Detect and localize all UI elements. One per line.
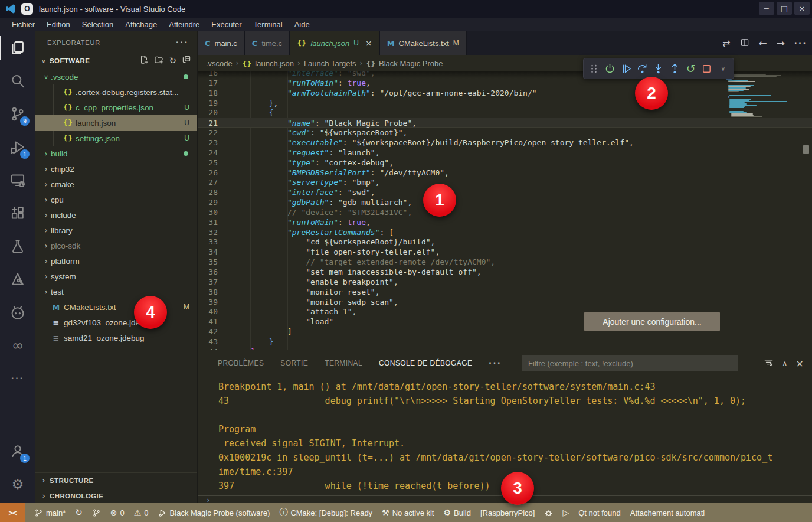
code-line-43[interactable]: 43 } [198,337,812,347]
tree-item-launch-json[interactable]: {}launch.jsonU [35,115,198,130]
workspace-section-header[interactable]: ∨ SOFTWARE ↻ [35,54,197,68]
code-line-17[interactable]: 17 "runToMain": true, [198,78,812,88]
panel-tab-sortie[interactable]: SORTIE [280,357,308,370]
new-file-icon[interactable] [139,55,149,67]
step-over-icon[interactable] [636,60,649,77]
minimize-button[interactable]: − [759,2,774,15]
section-chronologie[interactable]: ›CHRONOLOGIE [35,488,198,503]
status-no-active-kit[interactable]: ⚒No active kit [382,508,434,517]
source-control-icon[interactable]: 9 [0,97,35,130]
menu-sélection[interactable]: Sélection [76,18,119,31]
breadcrumb-item[interactable]: Black Magic Probe [379,59,443,68]
tab-launch-json[interactable]: {}launch.jsonU× [290,31,380,55]
code-line-35[interactable]: 35 // "target extended-remote /dev/ttyAC… [198,257,812,267]
status-black-magic-probe-software-[interactable]: Black Magic Probe (software) [158,508,270,517]
tree-item-cmake[interactable]: ›cmake [35,177,198,192]
remote-indicator[interactable]: >< [0,503,25,522]
tree-item-system[interactable]: ›system [35,269,198,284]
remote-explorer-icon[interactable] [0,164,35,197]
status-build[interactable]: ⚙Build [443,508,470,517]
explorer-icon[interactable] [0,31,35,64]
tree-item-cpu[interactable]: ›cpu [35,192,198,207]
step-out-icon[interactable] [668,60,682,77]
power-icon[interactable] [603,60,617,77]
close-icon[interactable]: × [796,358,804,369]
tab-main-c[interactable]: Cmain.c [198,31,245,55]
code-line-37[interactable]: 37 "enable breakpoint", [198,277,812,287]
tree-item-settings-json[interactable]: {}settings.jsonU [35,130,198,146]
search-icon[interactable] [0,64,35,97]
tree-item--vscode[interactable]: ∨.vscode [35,69,198,84]
code-line-19[interactable]: 19 }, [198,98,812,108]
platformio-icon[interactable] [0,296,35,329]
restart-icon[interactable]: ↺ [684,60,698,77]
breadcrumb-item[interactable]: Launch Targets [304,59,356,68]
status-sync-icon[interactable]: ↻ [75,507,83,518]
code-line-22[interactable]: 22 "cwd": "${workspaceRoot}", [198,128,812,138]
more-icon[interactable]: ··· [0,362,35,395]
status-0[interactable]: ⚠0 [134,508,149,517]
refresh-icon[interactable]: ↻ [169,56,176,66]
code-line-38[interactable]: 38 "monitor reset", [198,287,812,297]
maximize-button[interactable]: □ [777,2,792,15]
status-branch-icon[interactable] [92,508,101,517]
code-line-18[interactable]: 18 "armToolchainPath": "/opt/gcc-arm-non… [198,88,812,98]
panel-more-icon[interactable]: ··· [489,358,502,368]
tree-item-chip32[interactable]: ›chip32 [35,161,198,177]
add-configuration-button[interactable]: Ajouter une configuration... [584,312,720,331]
tree-item-test[interactable]: ›test [35,284,198,299]
status-play-icon[interactable]: ▷ [562,508,569,517]
tree-item-gd32vf103-ozone-jdebug[interactable]: ≡gd32vf103_ozone.jdebug [35,315,198,330]
testing-icon[interactable] [0,230,35,263]
visual-studio-icon[interactable]: ∞ [0,329,35,362]
tree-item-samd21-ozone-jdebug[interactable]: ≡samd21_ozone.jdebug [35,330,198,345]
tree-item--cortex-debug-registers-stat-[interactable]: {}.cortex-debug.registers.stat... [35,84,198,100]
code-line-23[interactable]: 23 "executable": "${workspaceRoot}/build… [198,138,812,148]
code-line-28[interactable]: 28 "interface": "swd", [198,187,812,197]
tree-item-build[interactable]: ›build [35,146,198,161]
forward-icon[interactable]: → [777,37,785,49]
stop-icon[interactable] [700,60,713,77]
continue-icon[interactable] [620,60,633,77]
step-into-icon[interactable] [651,60,665,77]
tree-item-library[interactable]: ›library [35,223,198,238]
breadcrumb-item[interactable]: .vscode [206,59,233,68]
code-line-20[interactable]: 20 { [198,107,812,118]
panel-tab-terminal[interactable]: TERMINAL [325,357,362,370]
clear-filter-icon[interactable] [764,357,774,370]
menu-terminal[interactable]: Terminal [248,18,289,31]
chevron-up-icon[interactable]: ∧ [782,358,788,368]
menu-fichier[interactable]: Fichier [6,18,41,31]
menu-edition[interactable]: Edition [41,18,76,31]
status-attachement-automati[interactable]: Attachement automati [630,508,705,517]
code-line-34[interactable]: 34 "file open-story-teller.elf", [198,247,812,257]
close-icon[interactable]: × [365,38,372,48]
tree-item-pico-sdk[interactable]: ›pico-sdk [35,238,198,253]
status--raspberrypico-[interactable]: [RaspberryPico] [480,508,535,517]
code-line-39[interactable]: 39 "monitor swdp_scan", [198,297,812,307]
menu-exécuter[interactable]: Exécuter [205,18,247,31]
panel-tab-console-de-d-bogage[interactable]: CONSOLE DE DÉBOGAGE [379,357,472,370]
menu-affichage[interactable]: Affichage [119,18,163,31]
more-icon[interactable]: ··· [794,38,807,48]
tab-time-c[interactable]: Ctime.c [245,31,290,55]
status-qt-not-found[interactable]: Qt not found [578,508,621,517]
dropdown-icon[interactable]: ∨ [716,60,730,77]
close-button[interactable]: × [794,2,810,15]
status-0[interactable]: ⊗0 [110,508,125,517]
breadcrumb-item[interactable]: launch.json [255,59,294,68]
code-line-26[interactable]: 26 "BMPGDBSerialPort": "/dev/ttyACM0", [198,168,812,178]
menu-aide[interactable]: Aide [289,18,316,31]
menu-atteindre[interactable]: Atteindre [163,18,205,31]
code-line-36[interactable]: 36 "set mem inaccessible-by-default off"… [198,267,812,277]
back-icon[interactable]: ← [759,37,767,49]
run-debug-icon[interactable]: 1 [0,130,35,164]
split-editor-icon[interactable] [740,38,749,49]
console-filter-input[interactable] [522,355,738,371]
extensions-icon[interactable] [0,197,35,230]
code-line-32[interactable]: 32 "preRestartCommands": [ [198,227,812,237]
tree-item-cmakelists-txt[interactable]: MCMakeLists.txtM [35,299,198,315]
tree-item-c-cpp-properties-json[interactable]: {}c_cpp_properties.jsonU [35,100,198,115]
status-main-[interactable]: main* [34,508,66,517]
status-bug-icon[interactable] [544,508,553,517]
